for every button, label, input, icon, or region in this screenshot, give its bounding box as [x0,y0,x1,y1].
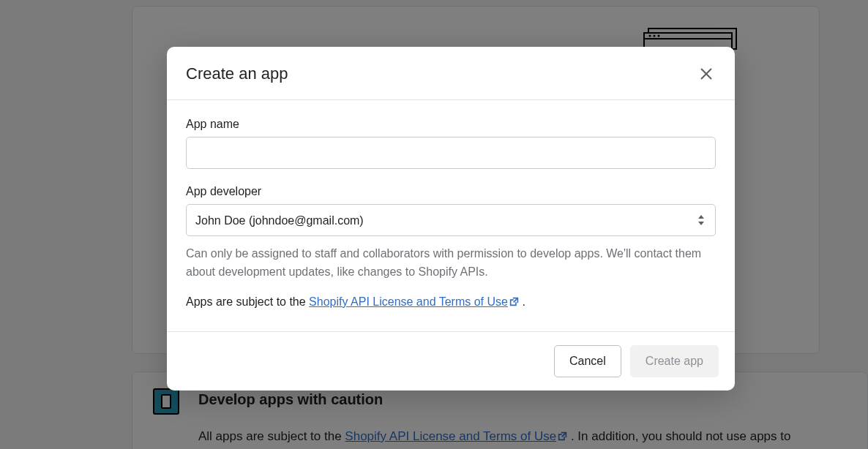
terms-text: Apps are subject to the Shopify API Lice… [186,293,716,311]
terms-prefix: Apps are subject to the [186,295,309,308]
external-link-icon [509,297,519,306]
app-name-label: App name [186,118,716,131]
modal-title: Create an app [186,64,288,83]
close-button[interactable] [695,63,717,85]
terms-suffix: . [519,295,525,308]
app-name-group: App name [186,118,716,169]
close-icon [698,66,714,82]
cancel-button[interactable]: Cancel [554,345,621,377]
modal-footer: Cancel Create app [167,331,735,390]
app-developer-help: Can only be assigned to staff and collab… [186,245,716,282]
app-developer-select[interactable]: John Doe (johndoe@gmail.com) [186,204,716,236]
modal-body: App name App developer John Doe (johndoe… [167,100,735,331]
app-name-input[interactable] [186,137,716,169]
terms-link[interactable]: Shopify API License and Terms of Use [309,295,519,308]
create-app-button[interactable]: Create app [630,345,719,377]
modal-header: Create an app [167,47,735,100]
app-developer-group: App developer John Doe (johndoe@gmail.co… [186,185,716,282]
app-developer-label: App developer [186,185,716,198]
create-app-modal: Create an app App name App developer Joh… [167,47,735,390]
